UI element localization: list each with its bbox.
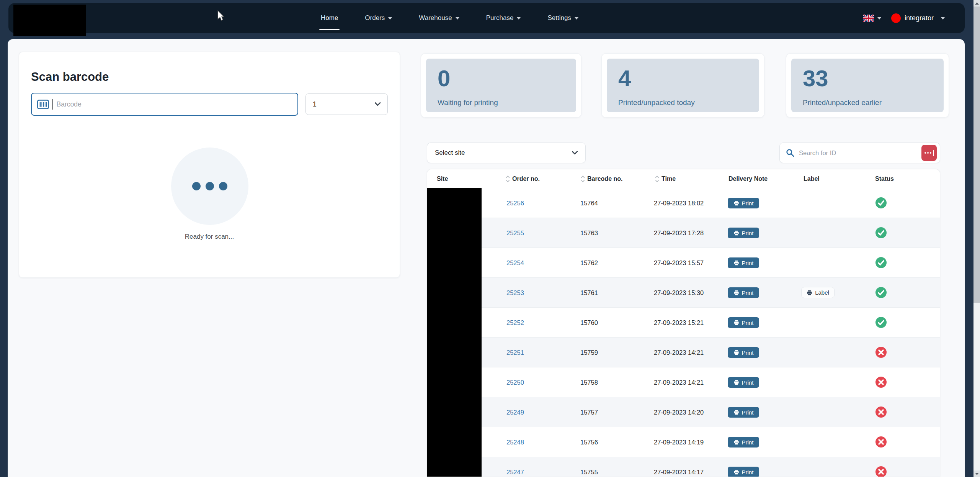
scan-barcode-panel: Scan barcode Barcode 1 (19, 52, 400, 278)
scrollbar[interactable] (973, 0, 980, 477)
scroll-down-arrow[interactable] (973, 470, 980, 477)
column-header-order-no[interactable]: Order no. (505, 169, 540, 188)
column-header-barcode-no[interactable]: Barcode no. (580, 169, 622, 188)
table-row: 25255 15763 27-09-2023 17:28 Print (427, 218, 940, 248)
status-badge (875, 347, 887, 358)
orders-table: Site Order no. Barcode no. TimeDelivery … (427, 169, 940, 477)
print-delivery-note-button[interactable]: Print (728, 437, 759, 447)
order-number-link[interactable]: 25249 (506, 397, 524, 427)
print-label-button[interactable]: Label (801, 287, 835, 298)
column-header-label: Status (875, 175, 894, 182)
print-button-label: Print (742, 230, 754, 236)
column-header-label: Label (804, 175, 820, 182)
stat-card-panel: 4 Printed/unpacked today (607, 59, 759, 112)
table-row: 25248 15756 27-09-2023 14:19 Print (427, 427, 940, 457)
order-number-link[interactable]: 25250 (506, 367, 524, 397)
print-button-label: Print (742, 469, 754, 475)
nav-item-orders[interactable]: Orders (363, 3, 394, 33)
language-selector[interactable] (863, 15, 881, 22)
success-check-icon (875, 227, 887, 238)
status-badge (875, 466, 887, 477)
user-menu[interactable]: integrator (891, 13, 945, 23)
print-delivery-note-button[interactable]: Print (728, 377, 759, 388)
sort-icon (580, 175, 585, 183)
barcode-number-cell: 15758 (580, 367, 598, 397)
time-cell: 27-09-2023 14:21 (654, 338, 704, 367)
time-cell: 27-09-2023 14:17 (654, 457, 704, 477)
error-x-icon (875, 407, 887, 418)
site-filter-select[interactable]: Select site (427, 143, 586, 163)
status-badge (875, 257, 887, 268)
stat-card-panel: 33 Printed/unpacked earlier (791, 59, 944, 112)
scrollbar-thumb[interactable] (973, 7, 980, 303)
stat-label: Printed/unpacked earlier (803, 98, 932, 107)
order-number-link[interactable]: 25255 (506, 218, 524, 248)
time-cell: 27-09-2023 15:30 (654, 278, 704, 308)
quantity-select[interactable]: 1 (305, 93, 388, 115)
nav-item-home[interactable]: Home (318, 3, 340, 33)
search-input[interactable] (798, 149, 918, 157)
time-cell: 27-09-2023 15:21 (654, 308, 704, 338)
status-badge (875, 317, 887, 328)
order-number-link[interactable]: 25248 (506, 427, 524, 457)
order-number-link[interactable]: 25253 (506, 278, 524, 308)
column-header-label: Time (662, 175, 676, 182)
search-box (779, 143, 940, 163)
user-name: integrator (905, 14, 934, 22)
print-button-label: Print (742, 409, 754, 416)
printer-icon (733, 290, 739, 295)
error-x-icon (875, 436, 887, 447)
status-badge (875, 287, 887, 298)
print-delivery-note-button[interactable]: Print (728, 317, 759, 328)
print-button-label: Print (742, 320, 754, 326)
barcode-input[interactable]: Barcode (31, 93, 298, 116)
order-number-link[interactable]: 25251 (506, 338, 524, 367)
print-delivery-note-button[interactable]: Print (728, 198, 759, 208)
column-header-time[interactable]: Time (655, 169, 676, 188)
barcode-number-cell: 15759 (580, 338, 598, 367)
nav-item-warehouse[interactable]: Warehouse (416, 3, 461, 33)
status-badge (875, 407, 887, 418)
printer-icon (733, 200, 739, 206)
error-x-icon (875, 466, 887, 477)
order-number-link[interactable]: 25247 (506, 457, 524, 477)
scanner-input-icon[interactable] (921, 145, 937, 161)
nav-item-purchase[interactable]: Purchase (484, 3, 523, 33)
print-button-label: Print (742, 439, 754, 446)
chevron-down-icon (572, 151, 578, 155)
stat-value: 0 (438, 67, 565, 90)
scroll-up-arrow[interactable] (973, 0, 980, 7)
success-check-icon (875, 197, 887, 208)
print-delivery-note-button[interactable]: Print (728, 467, 759, 477)
app-logo[interactable] (13, 5, 86, 36)
spinner-dot (219, 182, 227, 190)
table-row: 25256 15764 27-09-2023 18:02 Print (427, 188, 940, 218)
mouse-pointer (217, 10, 225, 21)
barcode-number-cell: 15757 (580, 397, 598, 427)
scan-panel-title: Scan barcode (31, 70, 109, 84)
order-number-link[interactable]: 25256 (506, 188, 524, 218)
site-filter-value: Select site (435, 149, 572, 157)
column-header-label: Barcode no. (587, 175, 622, 182)
print-delivery-note-button[interactable]: Print (728, 287, 759, 298)
user-avatar-dot (891, 13, 901, 23)
column-header-site: Site (437, 169, 448, 188)
print-button-label: Print (742, 200, 754, 207)
main-content: Scan barcode Barcode 1 (8, 39, 965, 477)
time-cell: 27-09-2023 15:57 (654, 248, 704, 278)
print-delivery-note-button[interactable]: Print (728, 407, 759, 418)
status-badge (875, 377, 887, 388)
barcode-number-cell: 15756 (580, 427, 598, 457)
stat-card: 4 Printed/unpacked today (601, 53, 764, 118)
nav-item-settings[interactable]: Settings (545, 3, 580, 33)
order-number-link[interactable]: 25252 (506, 308, 524, 338)
print-delivery-note-button[interactable]: Print (728, 257, 759, 268)
sort-icon (655, 175, 660, 183)
print-button-label: Print (742, 379, 754, 386)
barcode-placeholder: Barcode (57, 100, 82, 108)
print-delivery-note-button[interactable]: Print (728, 347, 759, 358)
printer-icon (733, 230, 739, 236)
nav-item-label: Warehouse (419, 14, 452, 22)
print-delivery-note-button[interactable]: Print (728, 228, 759, 238)
order-number-link[interactable]: 25254 (506, 248, 524, 278)
